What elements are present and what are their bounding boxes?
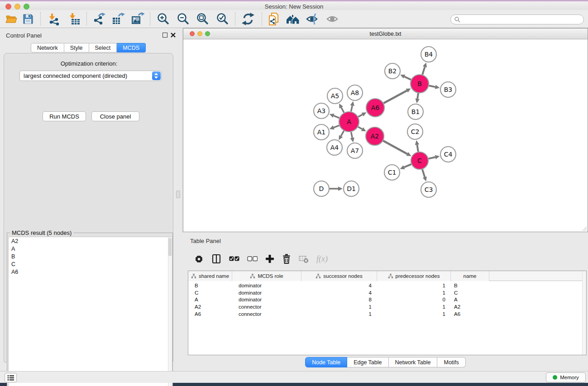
table-cell[interactable]: dominator [239,283,262,288]
graph-edge-C-C4[interactable] [429,155,440,159]
table-cell[interactable]: A [454,297,458,302]
hide-elements-button[interactable] [305,12,320,26]
table-cell[interactable]: 4 [301,283,372,288]
graph-edge-A2-C[interactable] [383,141,411,156]
memory-button[interactable]: Memory [546,372,586,382]
refresh-button[interactable] [240,12,256,26]
resize-grip[interactable] [582,226,587,231]
unselect-all-columns-button[interactable] [247,256,258,262]
column-header-MCDS-role[interactable]: MCDS role [232,271,301,281]
panel-splitter-handle[interactable] [176,191,180,198]
tab-mcds[interactable]: MCDS [117,43,146,52]
import-table-button[interactable] [67,12,83,26]
export-network-button[interactable] [91,12,107,26]
graph-node-B2[interactable]: B2 [385,63,400,79]
graph-edge-A-A5[interactable] [339,104,344,113]
graph-edge-A-A1[interactable] [330,125,339,129]
table-settings-button[interactable] [194,254,204,264]
import-network-button[interactable] [47,12,62,26]
network-canvas[interactable]: AA1A2A3A4A5A6A7A8BB1B2B3B4CC1C2C3C4DD1 [183,39,588,232]
column-header-successor-nodes[interactable]: successor nodes [301,271,377,281]
export-image-button[interactable] [130,12,145,26]
graph-node-D1[interactable]: D1 [344,181,359,196]
graph-node-C[interactable]: C [411,152,428,169]
export-table-button[interactable] [110,12,126,26]
table-cell[interactable]: C [454,290,458,295]
mcds-result-item[interactable]: A2 [9,237,172,245]
graph-node-A3[interactable]: A3 [314,103,329,119]
zoom-selected-button[interactable] [215,12,230,26]
graph-edge-A6-B[interactable] [383,88,411,103]
table-cell[interactable]: 4 [301,290,372,295]
graph-node-A1[interactable]: A1 [314,124,329,140]
home-button[interactable] [285,12,301,26]
graph-node-C2[interactable]: C2 [407,124,423,139]
table-cell[interactable]: 8 [301,297,372,302]
graph-node-A8[interactable]: A8 [347,85,363,100]
graph-edge-A-A6[interactable] [358,112,366,117]
column-header-shared-name[interactable]: shared name [188,271,232,281]
table-cell[interactable]: C [195,290,198,295]
graph-node-C1[interactable]: C1 [384,165,400,180]
graph-node-A7[interactable]: A7 [347,143,363,158]
table-cell[interactable]: A2 [195,304,201,310]
graph-node-C4[interactable]: C4 [440,147,456,162]
column-header-name[interactable]: name [451,271,489,281]
graph-node-D[interactable]: D [314,181,329,196]
criterion-dropdown[interactable]: largest connected component (directed) [19,71,162,81]
table-cell[interactable]: B [454,283,458,288]
run-mcds-button[interactable]: Run MCDS [43,111,86,121]
tab-edge-table[interactable]: Edge Table [347,357,388,367]
graph-edge-A-A4[interactable] [339,131,344,140]
table-cell[interactable]: 1 [377,311,445,317]
table-cell[interactable]: B [195,283,198,288]
function-builder-button[interactable]: f(x) [316,254,328,264]
graph-edge-A-A7[interactable] [350,132,354,143]
table-cell[interactable]: 1 [377,304,445,310]
graph-node-A6[interactable]: A6 [366,99,384,117]
graph-edge-C-C3[interactable] [422,169,427,181]
graph-node-B[interactable]: B [411,75,429,93]
graph-edge-C-C1[interactable] [400,164,411,169]
graph-node-C3[interactable]: C3 [421,182,436,197]
graph-node-A4[interactable]: A4 [327,140,342,155]
show-columns-button[interactable] [211,254,221,264]
graph-node-B4[interactable]: B4 [421,47,436,62]
graph-edge-D-D1[interactable] [330,186,343,191]
table-scrollbar-track[interactable] [582,271,586,355]
table-cell[interactable]: dominator [239,290,262,295]
graph-edge-A-A3[interactable] [330,114,339,118]
graph-edge-B-B4[interactable] [422,62,427,75]
graph-edge-B-B1[interactable] [415,93,419,103]
task-history-button[interactable] [5,373,17,382]
tab-network[interactable]: Network [31,43,64,52]
zoom-fit-button[interactable] [195,12,210,26]
graph-edge-B-B3[interactable] [429,85,440,89]
table-cell[interactable]: 1 [377,283,445,288]
mcds-result-item[interactable]: A6 [9,268,172,276]
graph-edge-B-B2[interactable] [400,75,411,80]
delete-table-button[interactable] [299,255,309,263]
tab-network-table[interactable]: Network Table [389,357,438,367]
tab-node-table[interactable]: Node Table [305,357,347,367]
table-cell[interactable]: 1 [377,290,445,295]
search-input[interactable] [460,16,583,23]
scrollbar-track[interactable] [168,237,172,386]
table-cell[interactable]: 1 [301,311,372,317]
table-cell[interactable]: A [195,297,198,302]
show-elements-button[interactable] [325,12,340,26]
open-file-button[interactable] [4,12,19,26]
tab-motifs[interactable]: Motifs [437,357,465,367]
graph-node-B1[interactable]: B1 [408,104,423,119]
graph-edge-A-A2[interactable] [358,127,366,131]
table-cell[interactable]: A6 [195,311,201,317]
graph-node-A[interactable]: A [339,112,359,132]
graph-node-A2[interactable]: A2 [366,127,384,145]
mcds-result-item[interactable]: C [9,260,172,268]
zoom-in-button[interactable] [156,12,171,26]
select-all-columns-button[interactable] [229,256,239,262]
search-field[interactable] [450,14,584,24]
table-cell[interactable]: connector [239,304,262,310]
table-cell[interactable]: 1 [301,304,372,310]
tab-style[interactable]: Style [64,43,89,52]
